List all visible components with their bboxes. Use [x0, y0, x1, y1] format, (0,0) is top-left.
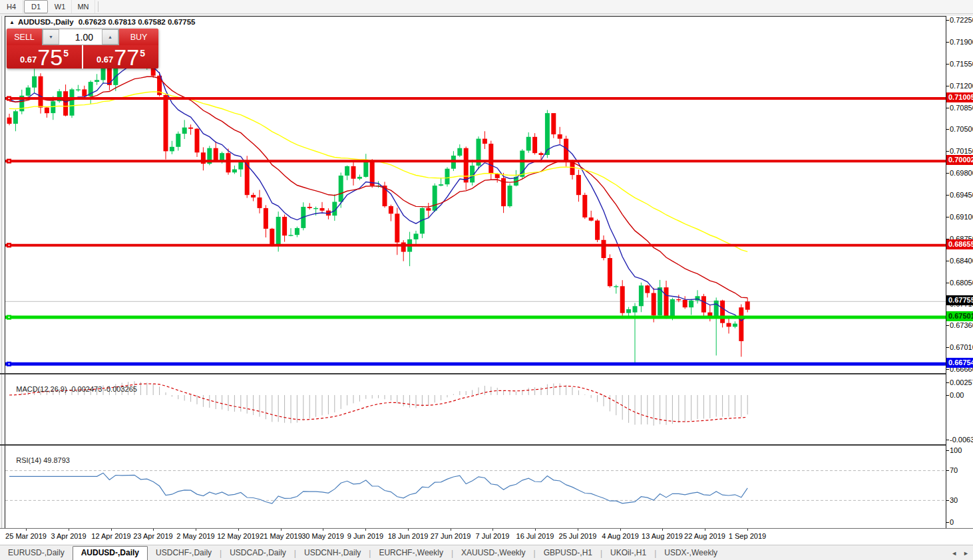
date-tick	[662, 529, 663, 531]
indicator-tick-label: 70	[950, 466, 958, 475]
rsi-chart[interactable]	[5, 446, 946, 527]
level-price-tag[interactable]: 0.67501	[946, 311, 973, 321]
date-tick	[26, 529, 27, 531]
axis-tick	[946, 470, 949, 471]
sell-price[interactable]: 0.67755	[7, 45, 82, 69]
chart-tab-usdcnh-daily[interactable]: USDCNH-,Daily	[296, 546, 369, 560]
chart-tab-audusd-daily[interactable]: AUDUSD-,Daily	[73, 546, 148, 560]
price-tick-label: 0.67010	[950, 343, 973, 352]
date-axis[interactable]: 25 Mar 2019 3 Apr 2019 12 Apr 2019 23 Ap…	[0, 528, 973, 545]
timeframe-button-mn[interactable]: MN	[72, 0, 95, 13]
indicator-tick-label: 30	[950, 495, 958, 505]
chart-tab-usdchf-daily[interactable]: USDCHF-,Daily	[148, 546, 220, 560]
date-tick	[747, 529, 748, 531]
indicator-tick-label: 100	[950, 446, 962, 455]
axis-tick	[946, 64, 949, 65]
date-tick	[69, 529, 69, 531]
date-tick	[238, 529, 239, 531]
axis-tick	[946, 522, 949, 523]
axis-tick	[946, 42, 949, 43]
price-tick-label: 0.69100	[950, 212, 973, 221]
indicator-tick-label: 0.00	[950, 390, 964, 400]
chart-tab-xauusd-weekly[interactable]: XAUUSD-,Weekly	[453, 546, 533, 560]
tabs-scroll-left-icon[interactable]: ◄	[951, 550, 957, 557]
axis-tick	[946, 261, 949, 261]
one-click-trading-panel: SELL ▼ ▲ BUY 0.67755 0.67775	[7, 29, 158, 69]
collapse-panel-icon[interactable]: ▲	[9, 19, 15, 25]
timeframe-toolbar: H4D1W1MN	[0, 0, 973, 14]
rsi-label: RSI(14) 49.8793	[8, 448, 70, 472]
buy-button[interactable]: BUY	[119, 29, 158, 45]
volume-increase-icon[interactable]: ▲	[102, 29, 118, 45]
date-tick	[365, 529, 366, 531]
price-chart[interactable]	[5, 16, 946, 374]
price-tick-label: 0.71200	[950, 81, 973, 90]
chart-tab-usdx-weekly[interactable]: USDX-,Weekly	[656, 546, 725, 560]
axis-tick	[946, 283, 949, 283]
window-left-edge	[0, 16, 5, 528]
chart-symbol: AUDUSD-,Daily	[18, 18, 74, 26]
tabs-scroll-right-icon[interactable]: ►	[963, 550, 969, 557]
volume-decrease-icon[interactable]: ▼	[43, 29, 59, 45]
indicator-tick-label: -0.006326	[950, 435, 973, 444]
level-price-tag[interactable]: 0.71005	[946, 92, 973, 102]
chart-tab-eurchf-weekly[interactable]: EURCHF-,Weekly	[371, 546, 451, 560]
level-price-tag[interactable]: 0.66754	[946, 358, 973, 368]
axis-tick	[946, 151, 949, 152]
price-tick-label: 0.69800	[950, 168, 973, 178]
axis-tick	[946, 129, 949, 130]
date-tick	[111, 529, 112, 531]
price-tick-label: 0.71900	[950, 37, 973, 47]
price-tick-label: 0.69450	[950, 190, 973, 200]
date-tick	[535, 529, 536, 531]
level-price-tag[interactable]: 0.70002	[946, 155, 973, 165]
chart-tab-eurusd-daily[interactable]: EURUSD-,Daily	[0, 546, 73, 560]
date-tick	[451, 529, 451, 531]
volume-input[interactable]	[59, 29, 102, 45]
axis-tick	[946, 195, 949, 196]
timeframe-button-h4[interactable]: H4	[0, 0, 23, 13]
sell-button[interactable]: SELL	[7, 29, 42, 45]
axis-tick	[946, 395, 949, 396]
axis-tick	[946, 173, 949, 174]
indicator-tick-label: 0	[950, 517, 954, 527]
date-tick	[578, 529, 578, 531]
date-tick-label: 1 Sep 2019	[721, 532, 774, 540]
date-tick	[705, 529, 705, 531]
axis-tick	[946, 217, 949, 217]
price-tick-label: 0.71550	[950, 59, 973, 69]
axis-tick	[946, 450, 949, 451]
indicator-tick-label: 0.002574	[950, 378, 973, 387]
mt4-window: H4D1W1MN MACD(12,26,9) -0.002473 -0.0032…	[0, 0, 973, 560]
timeframe-button-d1[interactable]: D1	[24, 0, 48, 13]
axis-tick	[946, 20, 949, 21]
price-tick-label: 0.72250	[950, 15, 973, 25]
chart-tab-usdcad-daily[interactable]: USDCAD-,Daily	[222, 546, 294, 560]
chart-ohlc-values: 0.67623 0.67813 0.67582 0.67755	[79, 18, 196, 26]
current-price-tag: 0.67755	[946, 295, 973, 305]
level-price-tag[interactable]: 0.68655	[946, 239, 973, 249]
price-axis[interactable]: 0.722500.719000.715500.712000.708500.705…	[946, 16, 973, 528]
macd-chart[interactable]	[5, 374, 946, 444]
date-tick	[492, 529, 493, 531]
price-tick-label: 0.68050	[950, 278, 973, 287]
volume-stepper: ▼ ▲	[42, 29, 119, 45]
chart-tab-gbpusd-h1[interactable]: GBPUSD-,H1	[536, 546, 600, 560]
buy-price[interactable]: 0.67775	[83, 45, 158, 69]
axis-tick	[946, 440, 949, 440]
price-tick-label: 0.68400	[950, 256, 973, 265]
chart-tab-ukoil-h1[interactable]: UKOil-,H1	[602, 546, 654, 560]
date-tick	[281, 529, 282, 531]
macd-label: MACD(12,26,9) -0.002473 -0.003265	[8, 377, 137, 401]
axis-tick	[946, 108, 949, 108]
date-tick	[153, 529, 154, 531]
timeframe-button-w1[interactable]: W1	[49, 0, 72, 13]
price-tick-label: 0.70850	[950, 103, 973, 112]
price-tick-label: 0.70150	[950, 146, 973, 156]
axis-tick	[946, 500, 949, 501]
axis-tick	[946, 86, 949, 86]
axis-tick	[946, 369, 949, 370]
chart-tab-bar: EURUSD-,DailyAUDUSD-,DailyUSDCHF-,Daily|…	[0, 545, 973, 560]
price-tick-label: 0.67360	[950, 321, 973, 330]
chart-title: ▲AUDUSD-,Daily0.67623 0.67813 0.67582 0.…	[9, 18, 196, 26]
